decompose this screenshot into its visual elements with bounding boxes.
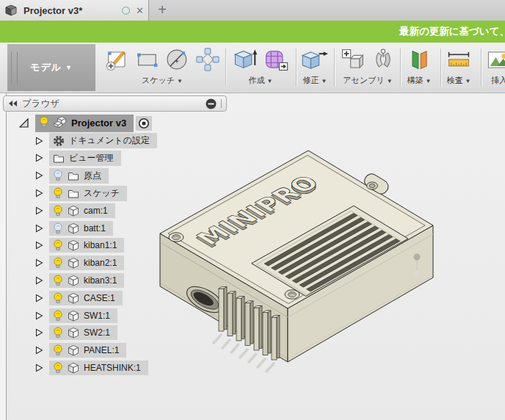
activate-component-control[interactable]: [136, 116, 152, 131]
tree-item-content[interactable]: スケッチ: [49, 186, 127, 201]
create-sketch-icon[interactable]: [103, 46, 131, 73]
toolbar-group-modify: 修正 ▼: [298, 43, 332, 93]
tree-item-kiban1-1[interactable]: kiban1:1: [3, 237, 227, 255]
tree-item-kiban2-1[interactable]: kiban2:1: [3, 254, 227, 272]
toolbar-separator: [296, 48, 297, 87]
tree-item-case-1[interactable]: CASE:1: [3, 289, 227, 307]
visibility-bulb-on-icon[interactable]: [53, 275, 63, 286]
visibility-bulb-off-icon[interactable]: [53, 222, 63, 234]
expand-arrow-icon[interactable]: [35, 189, 43, 198]
tree-item--[interactable]: 原点: [3, 167, 227, 184]
create-group-label[interactable]: 作成 ▼: [249, 75, 273, 86]
toolbar-grip[interactable]: [11, 51, 18, 84]
tree-item-content[interactable]: SW1:1: [49, 308, 117, 323]
construct-plane-icon[interactable]: [405, 46, 433, 73]
construct-group-label[interactable]: 構築 ▼: [407, 75, 432, 86]
expand-arrow-icon[interactable]: [35, 363, 43, 372]
visibility-bulb-on-icon[interactable]: [53, 292, 63, 304]
visibility-bulb-on-icon[interactable]: [53, 187, 63, 199]
expand-arrow-icon[interactable]: [35, 224, 43, 233]
tab-close-button[interactable]: ✕: [136, 5, 144, 16]
insert-group-label[interactable]: 挿入: [491, 75, 505, 86]
tree-item-content[interactable]: ドキュメントの設定: [49, 133, 157, 148]
expand-arrow-icon[interactable]: [35, 346, 43, 355]
visibility-bulb-on-icon[interactable]: [53, 239, 63, 251]
visibility-bulb-on-icon[interactable]: [53, 310, 63, 322]
expand-arrow-icon[interactable]: [35, 137, 43, 145]
tree-item-label: batt:1: [84, 223, 106, 233]
document-tab[interactable]: Projector v3* ✕: [0, 0, 149, 21]
tree-item-kiban3-1[interactable]: kiban3:1: [3, 272, 227, 289]
joint-icon[interactable]: [369, 46, 397, 73]
expand-arrow-icon[interactable]: [35, 206, 43, 215]
tree-item-sw2-1[interactable]: SW2:1: [3, 325, 227, 342]
tree-item-heatshink-1[interactable]: HEATSHINK:1: [3, 359, 227, 377]
expand-arrow-icon[interactable]: [35, 328, 43, 337]
measure-icon[interactable]: [445, 46, 473, 73]
tree-item--[interactable]: ビュー管理: [3, 150, 227, 167]
tree-item-batt-1[interactable]: batt:1: [3, 220, 227, 237]
toolbar-group-construct: 構築 ▼: [402, 43, 436, 93]
expand-arrow-icon[interactable]: [35, 276, 43, 285]
tree-item--[interactable]: ドキュメントの設定: [3, 132, 227, 150]
workspace-switcher[interactable]: モデル ▼: [7, 44, 95, 91]
visibility-bulb-on-icon[interactable]: [53, 205, 63, 217]
tree-item-content[interactable]: cam:1: [49, 203, 115, 218]
panel-grip[interactable]: [221, 99, 222, 108]
tree-item-content[interactable]: 原点: [49, 168, 109, 184]
modify-group-label[interactable]: 修正 ▼: [303, 75, 327, 86]
visibility-bulb-on-icon[interactable]: [53, 327, 63, 338]
tree-item-label: cam:1: [84, 206, 108, 216]
inspect-group-label[interactable]: 検査 ▼: [447, 75, 471, 86]
expand-arrow-icon[interactable]: [35, 258, 43, 267]
collapse-panel-icon[interactable]: [8, 100, 18, 107]
tree-item-content[interactable]: kiban3:1: [49, 273, 124, 288]
create-form-icon[interactable]: [262, 46, 290, 73]
pattern-tool-icon[interactable]: [194, 46, 222, 73]
visibility-bulb-on-icon[interactable]: [53, 362, 63, 374]
tree-item-sw1-1[interactable]: SW1:1: [3, 307, 227, 325]
tree-item-content[interactable]: SW2:1: [49, 325, 117, 340]
visibility-bulb-off-icon[interactable]: [53, 170, 63, 181]
body-cube-icon: [68, 327, 79, 338]
insert-image-icon[interactable]: [485, 46, 505, 73]
tree-item-content[interactable]: kiban1:1: [49, 238, 124, 253]
viewport: MINIPRO MINIPRO: [0, 93, 505, 420]
tree-item-content[interactable]: ビュー管理: [49, 151, 121, 166]
tree-item-panel-1[interactable]: PANEL:1: [3, 341, 227, 359]
minimize-panel-icon[interactable]: [206, 98, 217, 109]
tree-item-content[interactable]: CASE:1: [49, 291, 123, 305]
new-tab-button[interactable]: +: [151, 0, 173, 21]
browser-header[interactable]: ブラウザ: [3, 95, 227, 112]
visibility-bulb-icon[interactable]: [39, 116, 49, 131]
assemble-group-label[interactable]: アセンブリ ▼: [343, 75, 392, 86]
tree-item-content[interactable]: kiban2:1: [49, 256, 124, 270]
tree-item-content[interactable]: batt:1: [49, 221, 113, 236]
rectangle-tool-icon[interactable]: [134, 46, 161, 73]
tree-item--[interactable]: スケッチ: [3, 184, 227, 202]
circle-tool-icon[interactable]: [164, 46, 192, 73]
folder-icon: [68, 170, 79, 181]
visibility-bulb-on-icon[interactable]: [53, 257, 63, 269]
toolbar: モデル ▼: [0, 43, 505, 93]
notification-message: 最新の更新に基づいて、: [399, 25, 505, 38]
body-cube-icon: [68, 239, 79, 251]
expand-arrow-icon[interactable]: [35, 241, 43, 250]
tree-item-content[interactable]: HEATSHINK:1: [49, 361, 148, 375]
body-cube-icon: [68, 292, 79, 304]
expand-arrow-icon[interactable]: [35, 171, 43, 180]
expand-arrow-icon[interactable]: [35, 311, 43, 320]
expand-arrow-open-icon[interactable]: [19, 118, 29, 128]
body-cube-icon: [68, 257, 79, 269]
press-pull-icon[interactable]: [301, 46, 329, 73]
expand-arrow-icon[interactable]: [35, 294, 43, 303]
sketch-group-label[interactable]: スケッチ ▼: [142, 75, 183, 86]
new-component-icon[interactable]: [339, 46, 367, 73]
visibility-bulb-on-icon[interactable]: [53, 344, 63, 356]
expand-arrow-icon[interactable]: [35, 153, 43, 162]
tree-root-row[interactable]: Projector v3: [3, 115, 227, 132]
tree-item-content[interactable]: PANEL:1: [49, 343, 126, 358]
tree-item-cam-1[interactable]: cam:1: [3, 202, 227, 220]
extrude-icon[interactable]: [232, 46, 260, 73]
tree-item-label: CASE:1: [84, 293, 115, 303]
